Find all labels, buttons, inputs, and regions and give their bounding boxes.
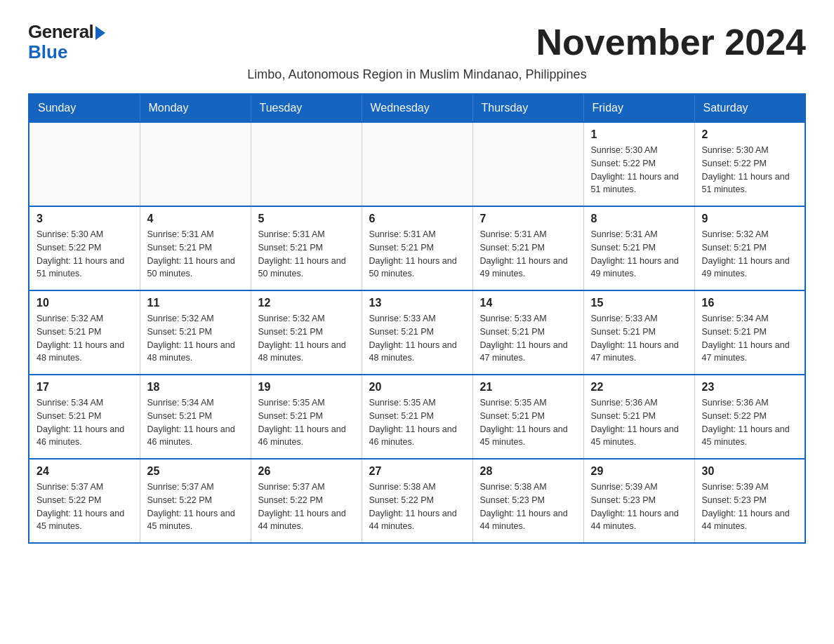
day-info: Sunrise: 5:36 AMSunset: 5:22 PMDaylight:… xyxy=(702,396,798,449)
logo: General Blue xyxy=(28,21,105,63)
calendar-cell: 2Sunrise: 5:30 AMSunset: 5:22 PMDaylight… xyxy=(694,122,805,206)
day-info: Sunrise: 5:31 AMSunset: 5:21 PMDaylight:… xyxy=(147,228,244,281)
calendar-cell: 28Sunrise: 5:38 AMSunset: 5:23 PMDayligh… xyxy=(472,459,583,543)
day-info: Sunrise: 5:31 AMSunset: 5:21 PMDaylight:… xyxy=(258,228,355,281)
calendar-cell: 12Sunrise: 5:32 AMSunset: 5:21 PMDayligh… xyxy=(251,290,362,375)
day-number: 15 xyxy=(591,297,687,309)
day-info: Sunrise: 5:31 AMSunset: 5:21 PMDaylight:… xyxy=(591,228,687,281)
calendar-cell: 18Sunrise: 5:34 AMSunset: 5:21 PMDayligh… xyxy=(140,375,251,459)
day-info: Sunrise: 5:33 AMSunset: 5:21 PMDaylight:… xyxy=(369,312,465,365)
calendar-cell: 27Sunrise: 5:38 AMSunset: 5:22 PMDayligh… xyxy=(362,459,472,543)
calendar-cell: 13Sunrise: 5:33 AMSunset: 5:21 PMDayligh… xyxy=(362,290,472,375)
logo-triangle-icon xyxy=(95,26,105,40)
calendar-cell: 3Sunrise: 5:30 AMSunset: 5:22 PMDaylight… xyxy=(29,206,140,290)
calendar-cell: 16Sunrise: 5:34 AMSunset: 5:21 PMDayligh… xyxy=(694,290,805,375)
week-row-2: 10Sunrise: 5:32 AMSunset: 5:21 PMDayligh… xyxy=(29,290,805,375)
day-number: 26 xyxy=(258,465,355,478)
calendar-cell xyxy=(472,122,583,206)
day-number: 9 xyxy=(702,213,798,225)
calendar-cell: 21Sunrise: 5:35 AMSunset: 5:21 PMDayligh… xyxy=(472,375,583,459)
day-info: Sunrise: 5:32 AMSunset: 5:21 PMDaylight:… xyxy=(37,312,133,365)
day-info: Sunrise: 5:31 AMSunset: 5:21 PMDaylight:… xyxy=(369,228,465,281)
calendar-cell: 26Sunrise: 5:37 AMSunset: 5:22 PMDayligh… xyxy=(251,459,362,543)
day-info: Sunrise: 5:36 AMSunset: 5:21 PMDaylight:… xyxy=(591,396,687,449)
calendar-cell: 29Sunrise: 5:39 AMSunset: 5:23 PMDayligh… xyxy=(583,459,694,543)
calendar-cell: 1Sunrise: 5:30 AMSunset: 5:22 PMDaylight… xyxy=(583,122,694,206)
day-info: Sunrise: 5:32 AMSunset: 5:21 PMDaylight:… xyxy=(258,312,355,365)
day-info: Sunrise: 5:30 AMSunset: 5:22 PMDaylight:… xyxy=(591,144,687,196)
day-info: Sunrise: 5:32 AMSunset: 5:21 PMDaylight:… xyxy=(702,228,798,281)
day-number: 7 xyxy=(480,213,576,225)
week-row-3: 17Sunrise: 5:34 AMSunset: 5:21 PMDayligh… xyxy=(29,375,805,459)
day-number: 17 xyxy=(37,381,133,394)
day-info: Sunrise: 5:39 AMSunset: 5:23 PMDaylight:… xyxy=(702,481,798,533)
day-info: Sunrise: 5:37 AMSunset: 5:22 PMDaylight:… xyxy=(37,481,133,533)
header-monday: Monday xyxy=(140,94,251,122)
calendar-cell xyxy=(140,122,251,206)
week-row-0: 1Sunrise: 5:30 AMSunset: 5:22 PMDaylight… xyxy=(29,122,805,206)
calendar-cell: 30Sunrise: 5:39 AMSunset: 5:23 PMDayligh… xyxy=(694,459,805,543)
day-number: 27 xyxy=(369,465,465,478)
day-number: 6 xyxy=(369,213,465,225)
day-number: 3 xyxy=(37,213,133,225)
logo-blue-text: Blue xyxy=(28,41,67,63)
calendar-cell xyxy=(29,122,140,206)
day-number: 14 xyxy=(480,297,576,309)
logo-general-text: General xyxy=(28,21,93,43)
header-saturday: Saturday xyxy=(694,94,805,122)
day-info: Sunrise: 5:37 AMSunset: 5:22 PMDaylight:… xyxy=(147,481,244,533)
day-info: Sunrise: 5:38 AMSunset: 5:22 PMDaylight:… xyxy=(369,481,465,533)
day-info: Sunrise: 5:35 AMSunset: 5:21 PMDaylight:… xyxy=(258,396,355,449)
header-wednesday: Wednesday xyxy=(362,94,472,122)
day-number: 11 xyxy=(147,297,244,309)
calendar-cell: 19Sunrise: 5:35 AMSunset: 5:21 PMDayligh… xyxy=(251,375,362,459)
week-row-1: 3Sunrise: 5:30 AMSunset: 5:22 PMDaylight… xyxy=(29,206,805,290)
day-info: Sunrise: 5:30 AMSunset: 5:22 PMDaylight:… xyxy=(37,228,133,281)
day-info: Sunrise: 5:37 AMSunset: 5:22 PMDaylight:… xyxy=(258,481,355,533)
header-tuesday: Tuesday xyxy=(251,94,362,122)
day-number: 24 xyxy=(37,465,133,478)
day-number: 25 xyxy=(147,465,244,478)
day-info: Sunrise: 5:34 AMSunset: 5:21 PMDaylight:… xyxy=(702,312,798,365)
calendar-cell: 24Sunrise: 5:37 AMSunset: 5:22 PMDayligh… xyxy=(29,459,140,543)
day-info: Sunrise: 5:34 AMSunset: 5:21 PMDaylight:… xyxy=(147,396,244,449)
day-number: 5 xyxy=(258,213,355,225)
day-number: 28 xyxy=(480,465,576,478)
day-number: 4 xyxy=(147,213,244,225)
day-info: Sunrise: 5:35 AMSunset: 5:21 PMDaylight:… xyxy=(369,396,465,449)
header-sunday: Sunday xyxy=(29,94,140,122)
day-number: 22 xyxy=(591,381,687,394)
calendar-cell: 17Sunrise: 5:34 AMSunset: 5:21 PMDayligh… xyxy=(29,375,140,459)
calendar-table: SundayMondayTuesdayWednesdayThursdayFrid… xyxy=(28,93,806,544)
calendar-cell: 8Sunrise: 5:31 AMSunset: 5:21 PMDaylight… xyxy=(583,206,694,290)
day-number: 10 xyxy=(37,297,133,309)
day-number: 29 xyxy=(591,465,687,478)
day-info: Sunrise: 5:33 AMSunset: 5:21 PMDaylight:… xyxy=(480,312,576,365)
day-info: Sunrise: 5:35 AMSunset: 5:21 PMDaylight:… xyxy=(480,396,576,449)
day-info: Sunrise: 5:34 AMSunset: 5:21 PMDaylight:… xyxy=(37,396,133,449)
calendar-cell: 5Sunrise: 5:31 AMSunset: 5:21 PMDaylight… xyxy=(251,206,362,290)
day-number: 1 xyxy=(591,128,687,141)
header-friday: Friday xyxy=(583,94,694,122)
calendar-cell: 6Sunrise: 5:31 AMSunset: 5:21 PMDaylight… xyxy=(362,206,472,290)
calendar-cell: 15Sunrise: 5:33 AMSunset: 5:21 PMDayligh… xyxy=(583,290,694,375)
day-number: 19 xyxy=(258,381,355,394)
day-info: Sunrise: 5:39 AMSunset: 5:23 PMDaylight:… xyxy=(591,481,687,533)
week-row-4: 24Sunrise: 5:37 AMSunset: 5:22 PMDayligh… xyxy=(29,459,805,543)
calendar-cell: 11Sunrise: 5:32 AMSunset: 5:21 PMDayligh… xyxy=(140,290,251,375)
day-number: 16 xyxy=(702,297,798,309)
calendar-cell: 23Sunrise: 5:36 AMSunset: 5:22 PMDayligh… xyxy=(694,375,805,459)
month-title: November 2024 xyxy=(536,21,806,63)
subtitle: Limbo, Autonomous Region in Muslim Minda… xyxy=(28,67,806,82)
calendar-cell: 4Sunrise: 5:31 AMSunset: 5:21 PMDaylight… xyxy=(140,206,251,290)
day-number: 18 xyxy=(147,381,244,394)
day-info: Sunrise: 5:38 AMSunset: 5:23 PMDaylight:… xyxy=(480,481,576,533)
calendar-cell: 20Sunrise: 5:35 AMSunset: 5:21 PMDayligh… xyxy=(362,375,472,459)
calendar-header-row: SundayMondayTuesdayWednesdayThursdayFrid… xyxy=(29,94,805,122)
calendar-cell: 14Sunrise: 5:33 AMSunset: 5:21 PMDayligh… xyxy=(472,290,583,375)
day-number: 8 xyxy=(591,213,687,225)
header-thursday: Thursday xyxy=(472,94,583,122)
day-info: Sunrise: 5:30 AMSunset: 5:22 PMDaylight:… xyxy=(702,144,798,196)
day-number: 13 xyxy=(369,297,465,309)
day-number: 20 xyxy=(369,381,465,394)
